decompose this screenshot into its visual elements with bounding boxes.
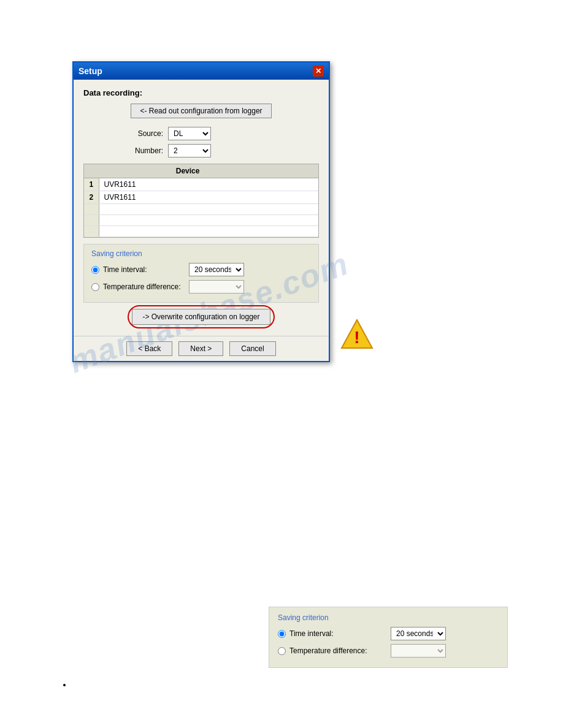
bottom-time-interval-radio[interactable] (278, 630, 286, 638)
overwrite-button-wrapper: -> Overwrite configuration on logger (83, 309, 319, 325)
bottom-time-interval-label: Time interval: (289, 629, 391, 638)
dialog-close-button[interactable]: ✕ (313, 66, 324, 77)
svg-text:!: ! (354, 328, 359, 347)
table-row: 2 UVR1611 (84, 191, 318, 204)
cancel-button[interactable]: Cancel (229, 341, 275, 356)
next-button[interactable]: Next > (178, 341, 223, 356)
temp-diff-select[interactable] (189, 280, 244, 294)
saving-criterion-title: Saving criterion (91, 249, 311, 258)
temp-diff-label: Temperature difference: (103, 282, 189, 291)
dialog-footer: < Back Next > Cancel (74, 336, 329, 361)
back-button[interactable]: < Back (126, 341, 172, 356)
time-interval-row: Time interval: 20 seconds (91, 263, 311, 276)
source-row: Source: DL (83, 127, 319, 140)
table-row-empty (84, 215, 318, 226)
table-row-empty (84, 226, 318, 237)
device-row-name: UVR1611 (99, 178, 277, 191)
table-row: 1 UVR1611 (84, 178, 318, 191)
number-label: Number: (120, 146, 163, 155)
dialog-titlebar: Setup ✕ (74, 63, 329, 80)
bottom-time-interval-row: Time interval: 20 seconds (278, 627, 499, 640)
bottom-temp-diff-select[interactable] (391, 644, 446, 658)
device-table: Device 1 UVR1611 2 UVR1611 (84, 164, 318, 237)
bottom-time-interval-select[interactable]: 20 seconds (391, 627, 446, 640)
temp-diff-radio[interactable] (91, 283, 99, 291)
dialog-body: Data recording: <- Read out configuratio… (74, 80, 329, 336)
device-row-num: 1 (84, 178, 99, 191)
device-header: Device (99, 164, 277, 178)
time-interval-select[interactable]: 20 seconds (189, 263, 244, 276)
time-interval-radio[interactable] (91, 266, 99, 274)
table-row-empty (84, 204, 318, 215)
extra-col-header (277, 164, 318, 178)
device-table-wrapper: Device 1 UVR1611 2 UVR1611 (83, 164, 319, 238)
data-recording-label: Data recording: (83, 88, 319, 97)
bottom-saving-title: Saving criterion (278, 613, 499, 622)
read-out-configuration-button[interactable]: <- Read out configuration from logger (131, 104, 271, 118)
device-row-num: 2 (84, 191, 99, 204)
dialog-title: Setup (79, 66, 102, 76)
device-row-name: UVR1611 (99, 191, 277, 204)
bottom-saving-criterion-panel: Saving criterion Time interval: 20 secon… (269, 607, 508, 668)
source-select[interactable]: DL (168, 127, 211, 140)
overwrite-configuration-button[interactable]: -> Overwrite configuration on logger (132, 309, 270, 325)
number-row: Number: 2 (83, 144, 319, 157)
saving-criterion-section: Saving criterion Time interval: 20 secon… (83, 244, 319, 303)
bottom-temp-diff-row: Temperature difference: (278, 644, 499, 658)
source-label: Source: (120, 129, 163, 138)
time-interval-label: Time interval: (103, 265, 189, 274)
setup-dialog: Setup ✕ Data recording: <- Read out conf… (72, 61, 330, 362)
bottom-temp-diff-label: Temperature difference: (289, 646, 391, 655)
row-num-header (84, 164, 99, 178)
device-row-extra (277, 178, 318, 191)
bottom-temp-diff-radio[interactable] (278, 647, 286, 655)
warning-icon: ! (340, 319, 373, 349)
device-row-extra (277, 191, 318, 204)
number-select[interactable]: 2 (168, 144, 211, 157)
temp-diff-row: Temperature difference: (91, 280, 311, 294)
